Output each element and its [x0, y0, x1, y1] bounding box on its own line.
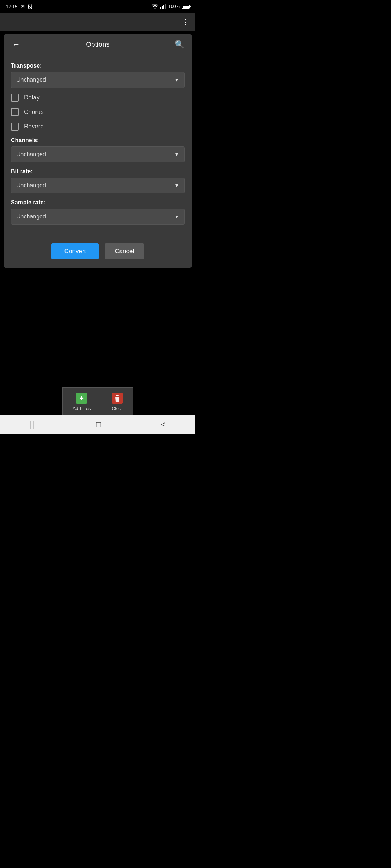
nav-menu-icon[interactable]: ||| — [30, 420, 36, 429]
nav-back-icon[interactable]: < — [161, 420, 165, 429]
svg-rect-9 — [116, 395, 119, 396]
status-left: 12:15 ✉ 🖼 — [6, 4, 32, 9]
delay-label: Delay — [24, 94, 39, 101]
bitrate-section: Bit rate: Unchanged ▼ — [11, 168, 185, 193]
svg-rect-10 — [115, 397, 119, 397]
wifi-icon — [152, 4, 158, 10]
chorus-checkbox[interactable] — [11, 108, 19, 116]
delay-checkbox-row[interactable]: Delay — [11, 94, 185, 102]
svg-rect-2 — [162, 6, 163, 9]
transpose-arrow-icon: ▼ — [174, 77, 179, 83]
clear-button[interactable]: Clear — [101, 387, 133, 415]
chorus-label: Chorus — [24, 109, 44, 116]
bitrate-value: Unchanged — [16, 182, 46, 189]
reverb-checkbox-row[interactable]: Reverb — [11, 123, 185, 131]
transpose-label: Transpose: — [11, 63, 185, 69]
dialog-header: ← Options 🔍 — [4, 34, 192, 55]
battery-text: 100% — [168, 4, 180, 9]
svg-rect-1 — [160, 7, 161, 9]
delay-checkbox[interactable] — [11, 94, 19, 102]
samplerate-dropdown[interactable]: Unchanged ▼ — [11, 209, 185, 225]
top-app-bar: ⋮ — [0, 13, 196, 31]
bitrate-label: Bit rate: — [11, 168, 185, 175]
channels-label: Channels: — [11, 137, 185, 144]
transpose-dropdown[interactable]: Unchanged ▼ — [11, 72, 185, 88]
samplerate-arrow-icon: ▼ — [174, 214, 179, 220]
time-display: 12:15 — [6, 4, 18, 9]
samplerate-value: Unchanged — [16, 213, 46, 220]
svg-text:+: + — [80, 394, 84, 402]
more-options-icon[interactable]: ⋮ — [181, 17, 190, 27]
dialog-content: Transpose: Unchanged ▼ Delay Chorus Reve… — [4, 55, 192, 236]
channels-section: Channels: Unchanged ▼ — [11, 137, 185, 162]
dialog-title: Options — [22, 41, 174, 48]
convert-button[interactable]: Convert — [51, 243, 99, 259]
image-icon: 🖼 — [28, 4, 32, 9]
nav-home-icon[interactable]: □ — [96, 420, 101, 429]
battery-icon — [182, 5, 190, 9]
samplerate-section: Sample rate: Unchanged ▼ — [11, 199, 185, 225]
add-files-button[interactable]: + Add files — [62, 387, 101, 415]
channels-dropdown[interactable]: Unchanged ▼ — [11, 146, 185, 162]
reverb-checkbox[interactable] — [11, 123, 19, 131]
signal-icon — [160, 4, 166, 10]
svg-rect-3 — [163, 5, 164, 9]
samplerate-label: Sample rate: — [11, 199, 185, 206]
dialog-buttons: Convert Cancel — [4, 236, 192, 268]
channels-value: Unchanged — [16, 151, 46, 158]
transpose-value: Unchanged — [16, 77, 46, 83]
clear-icon — [112, 393, 123, 404]
status-right: 100% — [152, 4, 190, 10]
status-bar: 12:15 ✉ 🖼 100% — [0, 0, 196, 13]
chorus-checkbox-row[interactable]: Chorus — [11, 108, 185, 116]
bottom-bar: + Add files Clear — [0, 387, 196, 415]
transpose-section: Transpose: Unchanged ▼ — [11, 63, 185, 88]
options-dialog: ← Options 🔍 Transpose: Unchanged ▼ Delay… — [4, 34, 192, 268]
svg-rect-4 — [165, 4, 166, 9]
svg-rect-8 — [115, 396, 119, 396]
add-files-label: Add files — [73, 406, 91, 411]
bitrate-dropdown[interactable]: Unchanged ▼ — [11, 178, 185, 193]
bitrate-arrow-icon: ▼ — [174, 183, 179, 188]
nav-bar: ||| □ < — [0, 415, 196, 434]
search-button[interactable]: 🔍 — [174, 40, 185, 49]
channels-arrow-icon: ▼ — [174, 152, 179, 157]
back-button[interactable]: ← — [11, 40, 22, 49]
clear-label: Clear — [112, 406, 123, 411]
mail-icon: ✉ — [21, 4, 25, 9]
reverb-label: Reverb — [24, 123, 44, 130]
cancel-button[interactable]: Cancel — [105, 243, 144, 259]
add-files-icon: + — [76, 393, 87, 404]
